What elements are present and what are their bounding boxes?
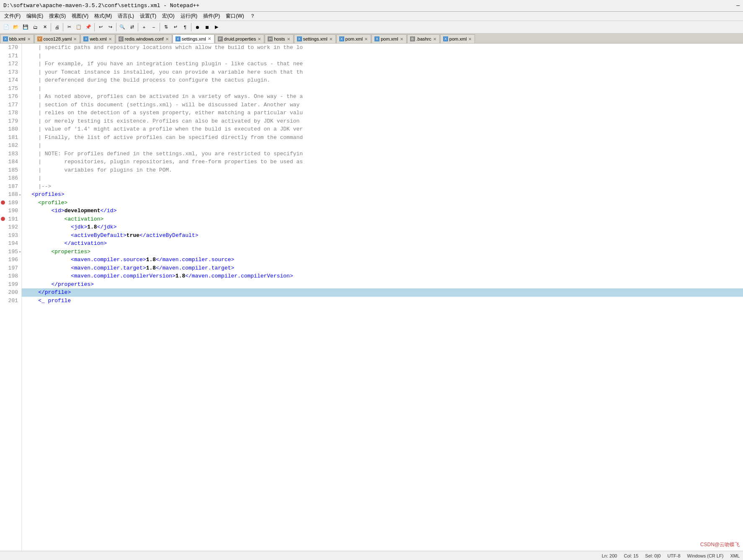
sync-scroll-button[interactable]: ⇅ xyxy=(161,23,170,32)
print-button[interactable]: 🖨 xyxy=(52,23,62,32)
code-line-195: <properties> xyxy=(22,248,743,256)
macro-rec-button[interactable]: ⏺ xyxy=(193,23,202,32)
tab-icon-pom2: X xyxy=(374,36,379,41)
tab-coco128[interactable]: Y coco128.yaml ✕ xyxy=(34,34,80,43)
close-button[interactable]: ✕ xyxy=(40,23,49,32)
menu-plugins[interactable]: 插件(P) xyxy=(201,12,222,20)
menu-bar: 文件(F) 编辑(E) 搜索(S) 视图(V) 格式(M) 语言(L) 设置(T… xyxy=(0,12,743,21)
tab-close-bashrc[interactable]: ✕ xyxy=(433,37,437,41)
macro-play-button[interactable]: ▶ xyxy=(212,23,221,32)
menu-language[interactable]: 语言(L) xyxy=(115,12,137,20)
tab-close-settings[interactable]: ✕ xyxy=(207,36,212,41)
zoom-in-button[interactable]: + xyxy=(139,23,149,32)
toolbar-sep-3 xyxy=(94,23,95,31)
title-controls[interactable]: — xyxy=(736,3,740,9)
menu-help[interactable]: ？ xyxy=(248,12,258,20)
menu-search[interactable]: 搜索(S) xyxy=(46,12,68,20)
tab-pom3[interactable]: X pom.xml ✕ xyxy=(440,34,475,43)
tab-label-bashrc: .bashrc xyxy=(416,36,431,41)
menu-view[interactable]: 视图(V) xyxy=(69,12,91,20)
code-line-180: | value of '1.4' might activate a profil… xyxy=(22,125,743,134)
menu-macro[interactable]: 宏(O) xyxy=(160,12,177,20)
replace-button[interactable]: ⇄ xyxy=(127,23,137,32)
tab-label-pom3: pom.xml xyxy=(449,36,467,41)
code-line-182: | xyxy=(22,141,743,150)
tab-settings-xml[interactable]: X settings.xml ✕ xyxy=(173,34,214,43)
tab-pom2[interactable]: X pom.xml ✕ xyxy=(372,34,407,43)
new-button[interactable]: 📄 xyxy=(2,23,11,32)
menu-settings[interactable]: 设置(T) xyxy=(137,12,159,20)
tab-close-hosts[interactable]: ✕ xyxy=(286,37,291,41)
tab-settings-xml2[interactable]: X settings.xml ✕ xyxy=(294,34,336,43)
status-encoding: UTF-8 xyxy=(667,553,680,558)
macro-stop-button[interactable]: ⏹ xyxy=(202,23,212,32)
status-line-ending-text: Windows (CR LF) xyxy=(687,553,724,558)
line-197-open: <maven.compiler.target> xyxy=(25,265,146,271)
undo-button[interactable]: ↩ xyxy=(96,23,105,32)
copy-button[interactable]: 📋 xyxy=(74,23,83,32)
line-172-text: | For example, if you have an integratio… xyxy=(25,61,303,67)
line-num-193: 193 xyxy=(0,231,21,240)
find-button[interactable]: 🔍 xyxy=(118,23,127,32)
line-181-text: | Finally, the list of active profiles c… xyxy=(25,134,303,141)
tab-close-druid[interactable]: ✕ xyxy=(257,37,261,41)
line-num-190: 190 xyxy=(0,207,21,215)
cut-button[interactable]: ✂ xyxy=(64,23,74,32)
line-num-170: 170 xyxy=(0,44,21,52)
tab-bbb-xml[interactable]: X bbb.xml ✕ xyxy=(0,34,34,43)
code-line-186: | xyxy=(22,174,743,182)
tab-close-pom3[interactable]: ✕ xyxy=(468,37,472,41)
tab-close-redis[interactable]: ✕ xyxy=(165,37,169,41)
line-num-197: 197 xyxy=(0,264,21,272)
line-num-191: 191 xyxy=(0,215,21,223)
word-wrap-button[interactable]: ↵ xyxy=(171,23,180,32)
status-col-text: Col: 15 xyxy=(624,553,638,558)
redo-button[interactable]: ↪ xyxy=(106,23,115,32)
menu-window[interactable]: 窗口(W) xyxy=(223,12,246,20)
line-201-text: <_ profile xyxy=(25,298,71,304)
toolbar-sep-2 xyxy=(63,23,63,31)
line-numbers: 170 171 172 173 174 175 176 177 178 179 … xyxy=(0,44,22,551)
line-173-text: | your Tomcat instance is installed, you… xyxy=(25,69,303,75)
tab-web-xml[interactable]: X web.xml ✕ xyxy=(80,34,115,43)
status-col: Col: 15 xyxy=(624,553,638,558)
tab-bashrc[interactable]: B .bashrc ✕ xyxy=(407,34,440,43)
paste-button[interactable]: 📌 xyxy=(84,23,93,32)
tab-redis[interactable]: C redis.windows.conf ✕ xyxy=(116,34,172,43)
save-button[interactable]: 💾 xyxy=(21,23,30,32)
line-196-close: </maven.compiler.source> xyxy=(156,257,234,263)
code-line-188: <profiles> xyxy=(22,190,743,199)
save-all-button[interactable]: 🗂 xyxy=(31,23,40,32)
line-192-open: <jdk> xyxy=(25,224,87,230)
tab-pom1[interactable]: X pom.xml ✕ xyxy=(336,34,372,43)
line-num-198: 198 xyxy=(0,272,21,280)
tab-close-pom1[interactable]: ✕ xyxy=(364,37,368,41)
code-area[interactable]: | specific paths and repository location… xyxy=(22,44,743,551)
menu-file[interactable]: 文件(F) xyxy=(2,12,23,20)
tab-icon-settings2: X xyxy=(297,36,302,41)
line-num-194: 194 xyxy=(0,239,21,248)
tab-close-bbb[interactable]: ✕ xyxy=(27,37,31,41)
all-chars-button[interactable]: ¶ xyxy=(181,23,190,32)
watermark: CSDN@云吻蝶飞 xyxy=(700,541,740,548)
tab-close-coco[interactable]: ✕ xyxy=(73,37,77,41)
tab-close-settings2[interactable]: ✕ xyxy=(329,37,333,41)
line-num-187: 187 xyxy=(0,182,21,191)
open-button[interactable]: 📂 xyxy=(11,23,21,32)
code-line-196: <maven.compiler.source>1.8</maven.compil… xyxy=(22,256,743,264)
tab-close-pom2[interactable]: ✕ xyxy=(400,37,404,41)
tab-close-web[interactable]: ✕ xyxy=(108,37,112,41)
menu-edit[interactable]: 编辑(E) xyxy=(24,12,46,20)
line-184-text: | repositories, plugin repositories, and… xyxy=(25,159,303,165)
tab-hosts[interactable]: H hosts ✕ xyxy=(265,34,293,43)
toolbar-sep-4 xyxy=(116,23,116,31)
tabs-bar: X bbb.xml ✕ Y coco128.yaml ✕ X web.xml ✕… xyxy=(0,33,743,44)
line-192-bold: 1.8 xyxy=(87,224,97,230)
code-line-190: <id>development</id> xyxy=(22,207,743,215)
zoom-out-button[interactable]: − xyxy=(149,23,158,32)
tab-druid[interactable]: P druid.properties ✕ xyxy=(215,34,264,43)
code-line-170: | specific paths and repository location… xyxy=(22,44,743,52)
menu-run[interactable]: 运行(R) xyxy=(178,12,200,20)
code-line-185: | variables for plugins in the POM. xyxy=(22,166,743,175)
menu-format[interactable]: 格式(M) xyxy=(92,12,114,20)
